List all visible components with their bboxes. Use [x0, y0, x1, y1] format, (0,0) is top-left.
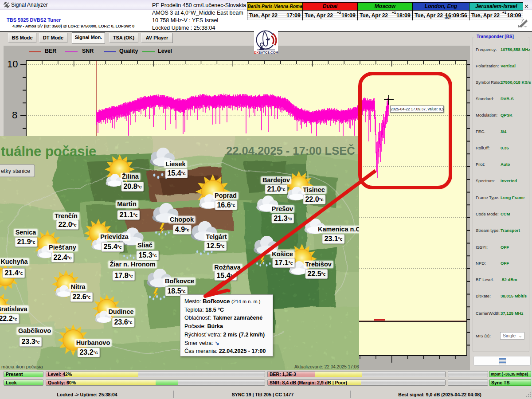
svg-text:tuálne počasie: tuálne počasie [1, 144, 96, 159]
svg-text:22.04.2025 - 17:00 LSEČ: 22.04.2025 - 17:00 LSEČ [226, 144, 355, 157]
svg-text:Aktualizované: 22.04.2025 17:0: Aktualizované: 22.04.2025 17:06 LSEČ [294, 364, 359, 369]
svg-text:etky stanice: etky stanice [1, 168, 30, 174]
svg-text:mácia ikon počasia: mácia ikon počasia [1, 364, 43, 369]
